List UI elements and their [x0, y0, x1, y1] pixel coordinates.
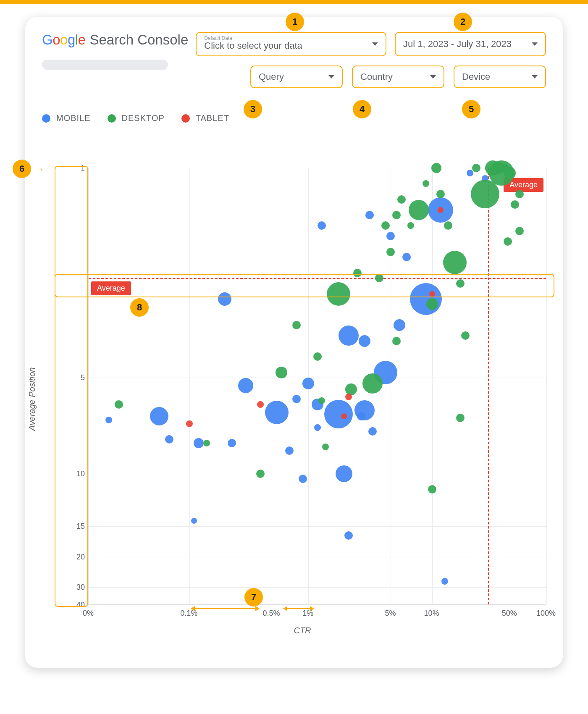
bubble-desktop[interactable] — [375, 274, 383, 282]
bubble-mobile[interactable] — [368, 427, 377, 436]
bubble-tablet[interactable] — [429, 291, 435, 297]
bubble-mobile[interactable] — [285, 446, 294, 455]
bubble-desktop[interactable] — [115, 400, 123, 409]
bubble-mobile[interactable] — [324, 400, 353, 428]
report-card: Google Search Console Default Data Click… — [25, 17, 563, 668]
y-tick: 10 — [64, 470, 85, 478]
bubble-mobile[interactable] — [359, 335, 370, 347]
bubble-desktop[interactable] — [515, 227, 524, 235]
callout-3: 3 — [244, 100, 262, 118]
bubble-desktop[interactable] — [407, 222, 414, 229]
callout-6: 6 — [13, 160, 31, 178]
bubble-desktop[interactable] — [456, 414, 465, 422]
legend-dot-mobile — [42, 114, 50, 123]
bubble-desktop[interactable] — [456, 279, 465, 288]
bubble-mobile[interactable] — [344, 531, 353, 540]
bubble-mobile[interactable] — [394, 319, 405, 331]
legend-label-tablet: TABLET — [196, 113, 229, 123]
callout-8: 8 — [130, 298, 149, 317]
bubble-mobile[interactable] — [265, 401, 289, 424]
date-range-dropdown[interactable]: Jul 1, 2023 - July 31, 2023 — [395, 32, 546, 56]
x-tick: 0.5% — [262, 609, 280, 618]
bubble-desktop[interactable] — [426, 298, 438, 310]
device-dropdown[interactable]: Device — [454, 66, 546, 88]
bubble-mobile[interactable] — [299, 475, 307, 483]
chevron-down-icon — [532, 75, 538, 79]
country-dropdown[interactable]: Country — [352, 66, 444, 88]
bubble-mobile[interactable] — [228, 439, 236, 447]
x-tick: 5% — [385, 609, 396, 618]
bubble-mobile[interactable] — [150, 407, 168, 425]
gridline-h — [89, 605, 546, 605]
x-tick: 10% — [424, 609, 439, 618]
y-tick: 5 — [64, 373, 85, 382]
bubble-desktop[interactable] — [322, 444, 329, 450]
bubble-desktop[interactable] — [318, 397, 325, 404]
bubble-desktop[interactable] — [362, 373, 383, 394]
bubble-desktop[interactable] — [397, 195, 406, 204]
bubble-mobile[interactable] — [365, 211, 374, 219]
bubble-desktop[interactable] — [409, 200, 429, 220]
data-selector-dropdown[interactable]: Default Data Click to select your data — [196, 32, 386, 56]
bubble-desktop[interactable] — [256, 470, 265, 478]
bubble-mobile[interactable] — [165, 435, 173, 444]
bubble-tablet[interactable] — [345, 394, 352, 400]
bubble-desktop[interactable] — [327, 282, 350, 306]
bubble-desktop[interactable] — [444, 221, 452, 230]
bubble-mobile[interactable] — [336, 465, 352, 482]
bubble-desktop[interactable] — [504, 237, 512, 246]
bubble-desktop[interactable] — [292, 321, 301, 329]
bubble-mobile[interactable] — [314, 424, 321, 431]
bubble-mobile[interactable] — [105, 417, 112, 423]
controls-row-1: Default Data Click to select your data J… — [196, 32, 546, 56]
gridline-v — [432, 168, 433, 604]
header-row: Google Search Console Default Data Click… — [42, 32, 546, 88]
bubble-desktop[interactable] — [313, 352, 322, 361]
bubble-desktop[interactable] — [472, 164, 480, 172]
gridline-h — [89, 526, 546, 527]
bubble-desktop[interactable] — [386, 248, 395, 256]
plot-area[interactable]: AverageAverage — [88, 168, 546, 605]
bubble-desktop[interactable] — [353, 269, 362, 277]
bubble-mobile[interactable] — [386, 232, 395, 240]
bubble-desktop[interactable] — [428, 485, 436, 494]
bubble-desktop[interactable] — [431, 163, 441, 173]
bubble-mobile[interactable] — [467, 170, 473, 176]
bubble-mobile[interactable] — [191, 518, 197, 524]
bubble-desktop[interactable] — [461, 331, 470, 340]
legend-label-desktop: DESKTOP — [122, 113, 165, 123]
bubble-mobile[interactable] — [441, 578, 448, 585]
google-logo: Google — [42, 32, 85, 48]
bubble-desktop[interactable] — [515, 190, 524, 198]
y-tick: 30 — [64, 583, 85, 592]
bubble-desktop[interactable] — [392, 337, 401, 345]
bubble-desktop[interactable] — [276, 367, 287, 378]
bubble-desktop[interactable] — [345, 383, 357, 395]
bubble-desktop[interactable] — [392, 211, 401, 219]
bubble-tablet[interactable] — [438, 207, 444, 213]
callout-7-arrow-right — [284, 608, 313, 609]
bubble-desktop[interactable] — [423, 180, 429, 187]
bubble-mobile[interactable] — [292, 395, 301, 403]
bubble-mobile[interactable] — [302, 378, 314, 389]
y-tick: 15 — [64, 522, 85, 530]
bubble-mobile[interactable] — [402, 253, 411, 261]
bubble-tablet[interactable] — [341, 413, 347, 419]
bubble-mobile[interactable] — [354, 400, 375, 420]
bubble-mobile[interactable] — [410, 283, 442, 315]
bubble-desktop[interactable] — [504, 167, 516, 179]
bubble-mobile[interactable] — [238, 378, 253, 393]
bubble-mobile[interactable] — [218, 292, 231, 306]
query-dropdown[interactable]: Query — [250, 66, 343, 88]
bubble-tablet[interactable] — [257, 401, 264, 408]
callout-4: 4 — [353, 100, 371, 118]
bubble-desktop[interactable] — [203, 440, 210, 446]
bubble-mobile[interactable] — [339, 326, 359, 346]
bubble-desktop[interactable] — [511, 200, 519, 209]
bubble-mobile[interactable] — [194, 438, 204, 448]
bubble-desktop[interactable] — [381, 221, 390, 230]
bubble-desktop[interactable] — [443, 251, 467, 274]
bubble-desktop[interactable] — [436, 190, 445, 198]
bubble-mobile[interactable] — [318, 221, 326, 230]
bubble-tablet[interactable] — [186, 420, 193, 427]
